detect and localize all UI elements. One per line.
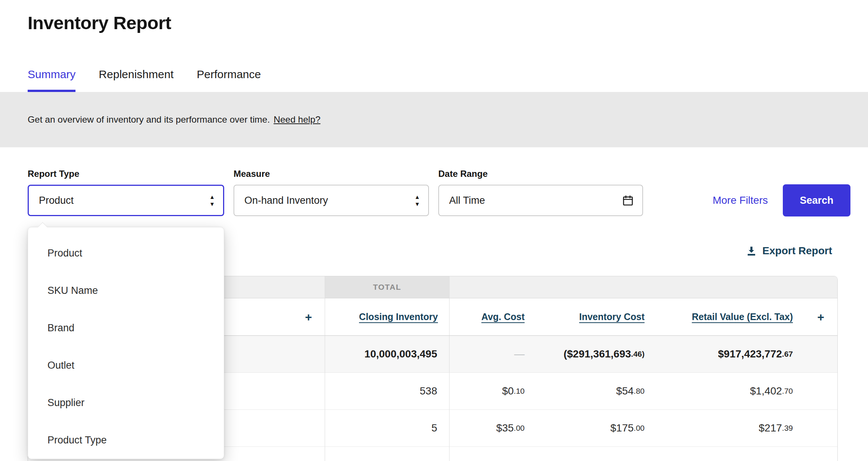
stepper-icon[interactable]: ▲ ▼ bbox=[414, 194, 420, 207]
cell-avg-cost bbox=[450, 447, 536, 461]
value-main: $217 bbox=[759, 422, 782, 434]
calendar-icon[interactable] bbox=[622, 194, 634, 207]
search-button[interactable]: Search bbox=[783, 184, 850, 216]
column-header-avg-cost[interactable]: Avg. Cost bbox=[450, 298, 536, 336]
tabs: Summary Replenishment Performance bbox=[28, 68, 868, 92]
stepper-icon[interactable]: ▲ ▼ bbox=[209, 194, 215, 207]
cell-avg-cost: $35.00 bbox=[450, 410, 536, 447]
report-type-value: Product bbox=[39, 195, 209, 206]
cell-spacer bbox=[804, 410, 837, 447]
column-header-closing-inventory[interactable]: Closing Inventory bbox=[325, 298, 450, 336]
value-frac: .39 bbox=[782, 424, 793, 433]
report-type-select[interactable]: Product ▲ ▼ bbox=[28, 185, 224, 216]
cell-closing-inventory: 5 bbox=[325, 410, 450, 447]
cell-inventory-cost: ($291,361,693.46) bbox=[536, 336, 656, 373]
value-frac: .67 bbox=[782, 350, 793, 359]
value-main: $175 bbox=[611, 422, 634, 434]
column-header-label[interactable]: Avg. Cost bbox=[481, 311, 525, 322]
dropdown-option-brand[interactable]: Brand bbox=[28, 309, 224, 347]
dropdown-option-outlet[interactable]: Outlet bbox=[28, 347, 224, 384]
empty-value-dash: — bbox=[514, 348, 525, 360]
add-column-button-right[interactable]: + bbox=[817, 311, 824, 323]
cell-closing-inventory: 538 bbox=[325, 373, 450, 410]
measure-select[interactable]: On-hand Inventory ▲ ▼ bbox=[234, 185, 429, 216]
cell-inventory-cost: $54.80 bbox=[536, 373, 656, 410]
cell-retail-value: $917,423,772.67 bbox=[656, 336, 804, 373]
filter-actions: More Filters Search bbox=[706, 185, 850, 216]
date-range-select[interactable]: All Time bbox=[438, 185, 643, 216]
need-help-link[interactable]: Need help? bbox=[274, 114, 320, 125]
cell-inventory-cost bbox=[536, 447, 656, 461]
dropdown-option-product-type[interactable]: Product Type bbox=[28, 421, 224, 459]
column-header-retail-value[interactable]: Retail Value (Excl. Tax) bbox=[656, 298, 804, 336]
cell-spacer bbox=[804, 447, 837, 461]
tab-summary[interactable]: Summary bbox=[28, 68, 75, 92]
export-report-button[interactable]: Export Report bbox=[744, 245, 834, 257]
measure-value: On-hand Inventory bbox=[244, 195, 414, 206]
cell-retail-value: $1,402.70 bbox=[656, 373, 804, 410]
value-main: $917,423,772 bbox=[718, 348, 782, 360]
report-type-dropdown: Product SKU Name Brand Outlet Supplier P… bbox=[28, 227, 224, 459]
cell-retail-value: $217.39 bbox=[656, 410, 804, 447]
tab-performance[interactable]: Performance bbox=[197, 68, 261, 92]
date-range-value: All Time bbox=[449, 195, 622, 206]
value-frac: .80 bbox=[634, 387, 645, 396]
more-filters-button[interactable]: More Filters bbox=[706, 194, 775, 206]
total-band-label: TOTAL bbox=[325, 276, 450, 298]
stepper-down-icon[interactable]: ▼ bbox=[209, 201, 215, 207]
cell-closing-inventory bbox=[325, 447, 450, 461]
measure-label: Measure bbox=[234, 168, 429, 179]
filter-bar: Report Type Product ▲ ▼ Measure On-hand … bbox=[0, 147, 868, 216]
dropdown-option-product[interactable]: Product bbox=[28, 234, 224, 272]
tab-replenishment[interactable]: Replenishment bbox=[99, 68, 173, 92]
banner-text: Get an overview of inventory and its per… bbox=[28, 114, 270, 125]
column-header-inventory-cost[interactable]: Inventory Cost bbox=[536, 298, 656, 336]
cell-retail-value bbox=[656, 447, 804, 461]
value-main: $35 bbox=[496, 422, 514, 434]
report-type-group: Report Type Product ▲ ▼ bbox=[28, 168, 224, 216]
cell-spacer bbox=[804, 336, 837, 373]
dropdown-option-sku-name[interactable]: SKU Name bbox=[28, 272, 224, 309]
info-banner: Get an overview of inventory and its per… bbox=[0, 92, 868, 147]
date-range-group: Date Range All Time bbox=[438, 168, 643, 216]
cell-avg-cost: $0.10 bbox=[450, 373, 536, 410]
value-frac: .10 bbox=[514, 387, 525, 396]
value-main: $1,402 bbox=[750, 385, 782, 397]
column-header-add: + bbox=[804, 298, 837, 336]
value-main: $0 bbox=[502, 385, 514, 397]
add-column-button-left[interactable]: + bbox=[305, 311, 312, 323]
stepper-up-icon[interactable]: ▲ bbox=[414, 194, 420, 200]
value-frac: .00 bbox=[634, 424, 645, 433]
column-header-label[interactable]: Inventory Cost bbox=[579, 311, 645, 322]
column-header-label[interactable]: Closing Inventory bbox=[359, 311, 438, 322]
value-main: $54 bbox=[616, 385, 634, 397]
column-header-label[interactable]: Retail Value (Excl. Tax) bbox=[692, 311, 793, 322]
page-title: Inventory Report bbox=[28, 12, 868, 33]
cell-avg-cost: — bbox=[450, 336, 536, 373]
download-icon bbox=[746, 245, 757, 256]
measure-group: Measure On-hand Inventory ▲ ▼ bbox=[234, 168, 429, 216]
value-frac: .46) bbox=[631, 350, 645, 359]
stepper-up-icon[interactable]: ▲ bbox=[209, 194, 215, 200]
total-band-right bbox=[450, 276, 837, 298]
report-type-label: Report Type bbox=[28, 168, 224, 179]
cell-closing-inventory: 10,000,003,495 bbox=[325, 336, 450, 373]
dropdown-option-supplier[interactable]: Supplier bbox=[28, 384, 224, 421]
stepper-down-icon[interactable]: ▼ bbox=[414, 201, 420, 207]
cell-inventory-cost: $175.00 bbox=[536, 410, 656, 447]
value-frac: .70 bbox=[782, 387, 793, 396]
date-range-label: Date Range bbox=[438, 168, 643, 179]
dropdown-notch bbox=[38, 222, 47, 231]
cell-spacer bbox=[804, 373, 837, 410]
value-frac: .00 bbox=[514, 424, 525, 433]
export-report-label: Export Report bbox=[762, 245, 832, 257]
value-main: ($291,361,693 bbox=[563, 348, 631, 360]
